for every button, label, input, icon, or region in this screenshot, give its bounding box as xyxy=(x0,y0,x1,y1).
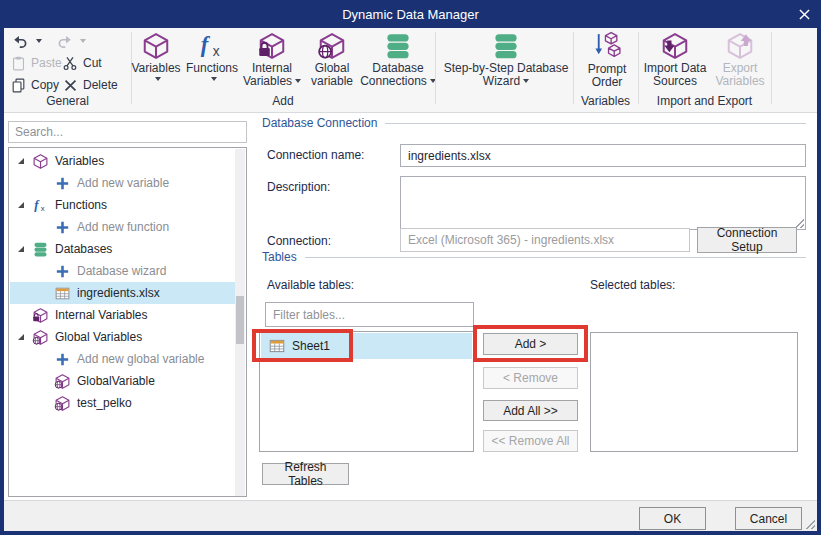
remove-button[interactable]: < Remove xyxy=(483,367,578,389)
section-tables: Tables xyxy=(262,250,806,264)
description-textarea[interactable] xyxy=(401,177,805,229)
tree-item-ingredients-xlsx[interactable]: ingredients.xlsx xyxy=(10,282,236,304)
expander-icon[interactable] xyxy=(18,246,24,252)
chevron-down-icon xyxy=(523,79,529,83)
ribbon-variables-button[interactable]: Variables xyxy=(128,31,184,95)
selected-tables-label: Selected tables: xyxy=(590,278,675,292)
section-database-connection: Database Connection xyxy=(262,116,806,130)
delete-button[interactable]: Delete xyxy=(62,75,118,95)
database-icon xyxy=(491,31,521,61)
connection-name-input[interactable] xyxy=(400,144,806,167)
ribbon-export-variables-button[interactable]: Export Variables xyxy=(710,31,770,95)
tree-item-global-variables[interactable]: Global Variables xyxy=(10,326,236,348)
available-tables-label: Available tables: xyxy=(267,278,354,292)
redo-button[interactable] xyxy=(56,31,86,51)
copy-button[interactable]: Copy xyxy=(10,75,59,95)
group-label-add: Add xyxy=(131,94,435,108)
chevron-down-icon xyxy=(155,77,161,81)
cube-icon xyxy=(32,153,49,170)
ribbon-functions-button[interactable]: Functions xyxy=(185,31,239,95)
tree-item-add-new-function[interactable]: Add new function xyxy=(10,216,236,238)
plus-icon xyxy=(54,219,71,236)
cube-globe-icon xyxy=(54,373,71,390)
tree-item-variables[interactable]: Variables xyxy=(10,150,236,172)
database-icon xyxy=(32,241,49,258)
ribbon-internal-variables-button[interactable]: Internal Variables xyxy=(240,31,304,95)
import-cube-icon xyxy=(660,31,690,61)
expander-icon[interactable] xyxy=(18,334,24,340)
tree-item-globalvariable[interactable]: GlobalVariable xyxy=(10,370,236,392)
window-title: Dynamic Data Manager xyxy=(342,7,479,22)
delete-icon xyxy=(62,77,79,94)
group-label-variables: Variables xyxy=(573,94,638,108)
add-all-button[interactable]: Add All >> xyxy=(483,400,578,421)
tree-item-add-new-global-variable[interactable]: Add new global variable xyxy=(10,348,236,370)
ribbon-import-data-sources-button[interactable]: Import Data Sources xyxy=(642,31,708,95)
connection-string-input xyxy=(400,228,690,252)
cube-globe-icon xyxy=(54,395,71,412)
ribbon: Paste Cut Copy Delete General Variables xyxy=(4,28,817,113)
expander-icon[interactable] xyxy=(18,158,24,164)
tree-item-databases[interactable]: Databases xyxy=(10,238,236,260)
plus-icon xyxy=(54,175,71,192)
dynamic-data-manager-window: Dynamic Data Manager Paste Cut xyxy=(0,0,821,535)
group-label-general: General xyxy=(4,94,131,108)
cube-globe-icon xyxy=(32,329,49,346)
tree-item-test-pelko[interactable]: test_pelko xyxy=(10,392,236,414)
tree-scrollbar[interactable] xyxy=(235,149,245,497)
fx-icon xyxy=(32,197,49,214)
tree-item-internal-variables[interactable]: Internal Variables xyxy=(10,304,236,326)
cut-button[interactable]: Cut xyxy=(62,53,102,73)
chevron-down-icon xyxy=(211,77,217,81)
description-label: Description: xyxy=(267,180,330,194)
cube-icon xyxy=(141,31,171,61)
title-bar[interactable]: Dynamic Data Manager xyxy=(0,0,821,28)
fx-icon xyxy=(197,31,227,61)
close-icon xyxy=(799,9,810,20)
cube-globe-icon xyxy=(317,31,347,61)
connection-name-label: Connection name: xyxy=(267,148,364,162)
dialog-footer: OK Cancel xyxy=(4,500,817,531)
redo-icon xyxy=(56,33,73,50)
tree-item-database-wizard[interactable]: Database wizard xyxy=(10,260,236,282)
annotation-sheet1-highlight xyxy=(252,329,353,362)
filter-tables-input[interactable] xyxy=(265,302,474,327)
copy-icon xyxy=(10,77,27,94)
ribbon-step-by-step-wizard-button[interactable]: Step-by-Step Database Wizard xyxy=(440,31,572,95)
prompt-order-icon xyxy=(592,31,622,62)
refresh-tables-button[interactable]: Refresh Tables xyxy=(262,463,349,485)
cube-lock-icon xyxy=(32,307,49,324)
tree-scrollbar-thumb[interactable] xyxy=(236,296,244,344)
ribbon-database-connections-button[interactable]: Database Connections xyxy=(358,31,438,95)
plus-icon xyxy=(54,263,71,280)
group-label-import-and-export: Import and Export xyxy=(638,94,771,108)
close-button[interactable] xyxy=(796,7,812,22)
data-source-tree: Variables Add new variable Functions Add… xyxy=(8,147,247,497)
spreadsheet-icon xyxy=(54,285,71,302)
undo-button[interactable] xyxy=(12,31,42,51)
search-input[interactable] xyxy=(8,121,247,143)
ok-button[interactable]: OK xyxy=(639,507,706,530)
export-cube-icon xyxy=(725,31,755,61)
tree-item-add-new-variable[interactable]: Add new variable xyxy=(10,172,236,194)
scissors-icon xyxy=(62,55,79,72)
selected-tables-listbox xyxy=(590,332,798,452)
paste-button[interactable]: Paste xyxy=(10,53,62,73)
annotation-add-button-highlight xyxy=(473,325,588,362)
cube-lock-icon xyxy=(257,31,287,61)
ribbon-global-variable-button[interactable]: Global variable xyxy=(305,31,359,95)
expander-icon[interactable] xyxy=(18,202,24,208)
database-icon xyxy=(383,31,413,61)
undo-icon xyxy=(12,33,29,50)
paste-icon xyxy=(10,55,27,72)
tree-item-functions[interactable]: Functions xyxy=(10,194,236,216)
connection-label: Connection: xyxy=(267,234,331,248)
cancel-button[interactable]: Cancel xyxy=(735,507,802,530)
remove-all-button[interactable]: << Remove All xyxy=(483,430,578,452)
ribbon-prompt-order-button[interactable]: Prompt Order xyxy=(578,31,636,95)
window-resize-grip[interactable] xyxy=(804,518,815,529)
plus-icon xyxy=(54,351,71,368)
chevron-down-icon xyxy=(295,79,301,83)
dialog-content: Paste Cut Copy Delete General Variables xyxy=(4,28,817,531)
